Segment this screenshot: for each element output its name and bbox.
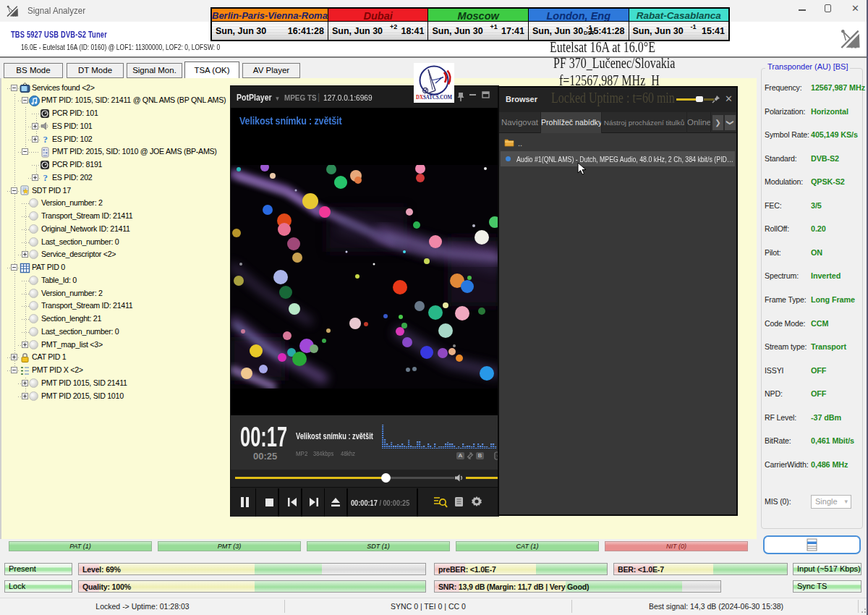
- svg-text:?: ?: [43, 172, 47, 183]
- svg-text:DXSATCS.COM: DXSATCS.COM: [416, 93, 452, 101]
- svg-text:?: ?: [43, 134, 47, 145]
